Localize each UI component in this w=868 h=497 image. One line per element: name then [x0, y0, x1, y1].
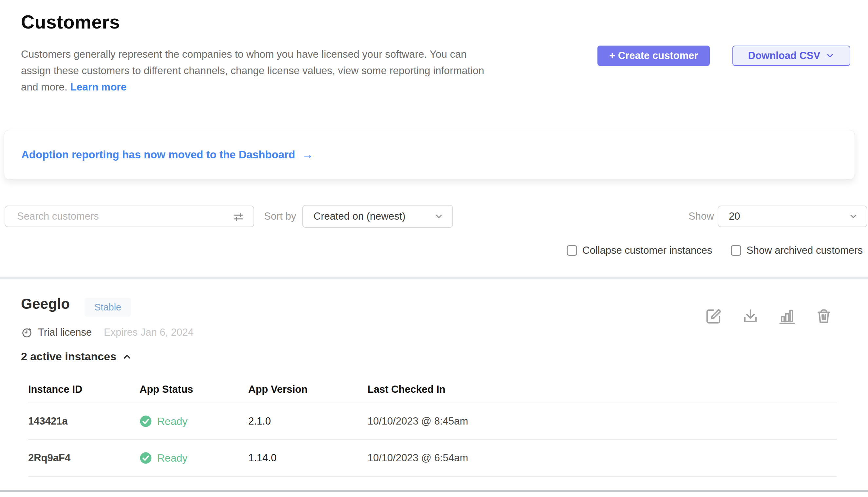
search-customers-box [4, 205, 254, 227]
customer-actions [705, 308, 833, 325]
instances-table-header: Instance ID App Status App Version Last … [28, 384, 837, 402]
adoption-banner-text: Adoption reporting has now moved to the … [21, 148, 295, 161]
app-version: 1.14.0 [248, 452, 368, 464]
active-instances-label: 2 active instances [21, 350, 116, 363]
col-app-version: App Version [248, 384, 368, 395]
download-csv-label: Download CSV [748, 50, 820, 62]
download-csv-button[interactable]: Download CSV [732, 45, 850, 66]
collapse-instances-checkbox[interactable] [567, 245, 577, 256]
collapse-instances-label: Collapse customer instances [583, 244, 712, 256]
section-divider [0, 278, 868, 279]
edit-customer-icon[interactable] [705, 308, 723, 325]
learn-more-link[interactable]: Learn more [70, 81, 127, 93]
arrow-right-icon: → [302, 148, 313, 161]
instances-table: Instance ID App Status App Version Last … [28, 384, 837, 477]
license-type: Trial license [38, 327, 92, 338]
app-status: Ready [139, 452, 248, 464]
table-row: 143421a Ready 2.1.0 10/10/2023 @ 8:45am [28, 403, 837, 440]
check-circle-icon [139, 415, 152, 427]
filter-sliders-icon[interactable] [232, 211, 245, 224]
create-customer-button[interactable]: + Create customer [598, 45, 710, 66]
check-circle-icon [139, 452, 152, 464]
col-last-checked-in: Last Checked In [368, 384, 837, 395]
description-line: and more. Learn more [21, 79, 484, 95]
chevron-down-icon [848, 211, 858, 221]
last-checked-in: 10/10/2023 @ 8:45am [368, 415, 837, 427]
sort-select[interactable]: Created on (newest) [302, 205, 453, 228]
delete-customer-icon[interactable] [815, 308, 833, 325]
chevron-down-icon [825, 51, 835, 60]
chevron-up-icon [121, 351, 133, 362]
page-description: Customers generally represent the compan… [21, 46, 484, 95]
col-app-status: App Status [139, 384, 248, 395]
show-archived-option: Show archived customers [731, 244, 863, 256]
collapse-instances-option: Collapse customer instances [567, 244, 712, 256]
license-expires: Expires Jan 6, 2024 [104, 327, 194, 338]
bar-chart-icon[interactable] [778, 308, 796, 325]
adoption-banner-link[interactable]: Adoption reporting has now moved to the … [21, 148, 313, 161]
last-checked-in: 10/10/2023 @ 6:54am [368, 452, 837, 464]
app-status-text: Ready [157, 415, 188, 427]
description-line: assign these customers to different chan… [21, 62, 484, 79]
app-version: 2.1.0 [248, 415, 368, 427]
sort-by-label: Sort by [264, 205, 296, 227]
trial-clock-icon [21, 327, 33, 338]
show-select[interactable]: 20 [718, 205, 867, 227]
sort-select-value: Created on (newest) [313, 211, 406, 222]
instance-id: 143421a [28, 415, 139, 427]
show-label: Show [689, 205, 714, 227]
instance-id: 2Rq9aF4 [28, 452, 139, 464]
customer-card-divider [0, 490, 868, 492]
chevron-down-icon [434, 211, 444, 221]
channel-badge: Stable [85, 298, 131, 317]
app-status-text: Ready [157, 452, 188, 464]
customer-name[interactable]: Geeglo [21, 296, 70, 312]
search-input[interactable] [5, 206, 253, 227]
description-line-text: and more. [21, 81, 68, 93]
show-archived-label: Show archived customers [747, 244, 863, 256]
show-archived-checkbox[interactable] [731, 245, 741, 256]
page-title: Customers [21, 11, 120, 33]
show-select-value: 20 [729, 211, 740, 222]
table-row: 2Rq9aF4 Ready 1.14.0 10/10/2023 @ 6:54am [28, 440, 837, 477]
license-row: Trial license Expires Jan 6, 2024 [21, 327, 92, 338]
app-status: Ready [139, 415, 248, 427]
active-instances-toggle[interactable]: 2 active instances [21, 350, 133, 363]
adoption-banner: Adoption reporting has now moved to the … [4, 130, 855, 180]
download-customer-icon[interactable] [741, 308, 759, 325]
col-instance-id: Instance ID [28, 384, 139, 395]
description-line: Customers generally represent the compan… [21, 46, 484, 62]
